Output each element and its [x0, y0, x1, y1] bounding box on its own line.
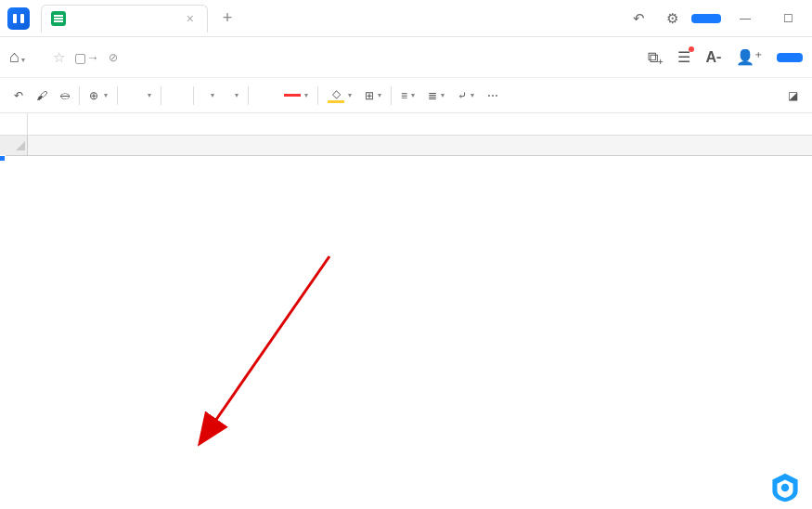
list-icon[interactable]: ☰: [677, 48, 690, 66]
fill-color-button[interactable]: ◇▾: [321, 84, 358, 108]
bold-button[interactable]: [251, 84, 264, 108]
close-tab-icon[interactable]: ×: [183, 11, 198, 26]
wrap-button[interactable]: ⤶▾: [451, 84, 481, 108]
undo-icon[interactable]: ↶: [625, 5, 652, 33]
collab-icon[interactable]: 👤⁺: [736, 48, 762, 66]
minimize-button[interactable]: —: [727, 0, 764, 37]
text-format-icon[interactable]: A⁼: [705, 49, 721, 66]
font-color-button[interactable]: ▾: [277, 84, 315, 108]
column-headers: [0, 136, 812, 156]
borders-button[interactable]: ⊞▾: [358, 84, 388, 108]
add-tab-button[interactable]: +: [213, 5, 241, 33]
star-icon[interactable]: ☆: [53, 49, 65, 66]
spreadsheet-grid[interactable]: [0, 136, 812, 156]
horizontal-align-button[interactable]: ≣▾: [421, 84, 451, 108]
font-size-select[interactable]: ▾: [221, 84, 245, 108]
svg-line-0: [213, 256, 329, 424]
underline-button[interactable]: [264, 84, 277, 108]
decrease-decimal-button[interactable]: [164, 84, 177, 108]
format-toolbar: ↶ 🖌 ⬭ ⊕ ▾ ▾ ▾ ▾ ▾ ◇▾ ⊞▾ ≡▾ ≣▾ ⤶▾ ⋯ ◪: [0, 78, 812, 113]
document-tab[interactable]: ×: [41, 5, 208, 33]
font-select[interactable]: ▾: [197, 84, 221, 108]
number-format-select[interactable]: ▾: [121, 84, 158, 108]
cell-reference[interactable]: [0, 113, 28, 136]
select-all-corner[interactable]: [0, 136, 28, 155]
insert-menu[interactable]: ⊕ ▾: [83, 84, 114, 108]
svg-point-1: [781, 484, 790, 492]
update-button[interactable]: [691, 14, 721, 23]
main-toolbar: ⌂▾ ☆ ▢→ ⊘ ⧉₊ ☰ A⁼ 👤⁺: [0, 37, 812, 78]
paint-format-button[interactable]: 🖌: [30, 84, 54, 108]
share-button[interactable]: [777, 53, 803, 62]
spreadsheet-icon: [51, 11, 66, 26]
maximize-button[interactable]: ☐: [769, 0, 806, 37]
save-status: ⊘: [109, 51, 118, 64]
move-folder-icon[interactable]: ▢→: [74, 50, 99, 65]
title-bar: × + ↶ ⚙ — ☐: [0, 0, 812, 37]
app-logo: [0, 0, 37, 37]
expand-toolbar-button[interactable]: ◪: [781, 84, 805, 108]
increase-decimal-button[interactable]: [177, 84, 190, 108]
watermark-logo: [769, 472, 806, 503]
undo-button[interactable]: ↶: [7, 84, 30, 108]
gear-icon[interactable]: ⚙: [658, 5, 686, 33]
annotation-arrow: [93, 228, 557, 507]
selection-outline: [0, 156, 4, 160]
vertical-align-button[interactable]: ≡▾: [394, 84, 421, 108]
more-button[interactable]: ⋯: [481, 84, 505, 108]
clear-format-button[interactable]: ⬭: [54, 84, 76, 108]
formula-bar: [0, 113, 812, 136]
home-icon[interactable]: ⌂▾: [9, 47, 25, 67]
add-file-icon[interactable]: ⧉₊: [648, 49, 663, 66]
